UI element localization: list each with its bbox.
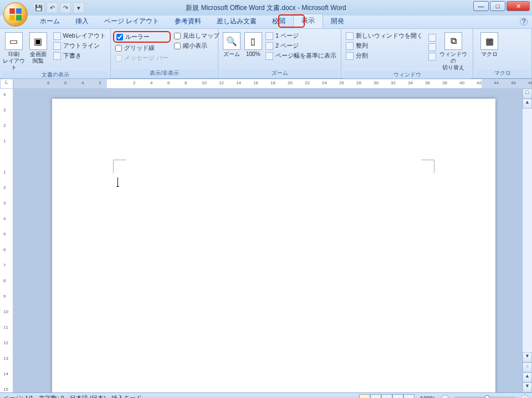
message-bar-checkbox: メッセージ バー [113, 53, 171, 63]
tab-view[interactable]: 表示 [293, 14, 323, 28]
zoom-knob[interactable] [485, 395, 489, 399]
tab-review[interactable]: 校閲 [264, 15, 293, 28]
browse-object-button[interactable]: ○ [523, 363, 532, 373]
svg-rect-2 [9, 15, 15, 21]
help-icon[interactable]: ? [520, 18, 528, 25]
minimize-button[interactable]: — [473, 1, 489, 11]
arrange-all-button[interactable]: 整列 [344, 41, 425, 50]
quick-access-toolbar: 💾 ↶ ↷ ▾ [33, 2, 84, 13]
outline-icon [53, 42, 61, 50]
svg-rect-1 [16, 8, 22, 14]
arrange-icon [346, 42, 354, 50]
insert-mode[interactable]: 挿入モード [111, 394, 142, 398]
tab-references[interactable]: 参考資料 [167, 15, 209, 28]
split-icon [346, 52, 354, 60]
fullscreen-view[interactable] [370, 394, 381, 399]
group-zoom: 🔍 ズーム ▯ 100% 1 ページ 2 ページ ページ幅を基準に表示 ズーム [218, 29, 341, 78]
tab-layout[interactable]: ページ レイアウト [96, 15, 167, 28]
sync-scroll-icon [428, 43, 436, 51]
title-bar: 💾 ↶ ↷ ▾ 新規 Microsoft Office Word 文書.docx… [0, 0, 532, 16]
outline-button[interactable]: アウトライン [51, 41, 108, 50]
save-button[interactable]: 💾 [33, 2, 44, 13]
ruler-toggle-button[interactable]: ▢ [523, 89, 532, 99]
fullscreen-icon: ▣ [29, 32, 47, 50]
svg-rect-0 [9, 8, 15, 14]
ruler-area: L 86422468101214161820222426283032343638… [0, 79, 532, 89]
reset-pos-icon [428, 53, 436, 60]
tab-home[interactable]: ホーム [32, 15, 68, 28]
language[interactable]: 日本語 (日本) [70, 394, 106, 398]
next-page-button[interactable]: ▼ [523, 382, 532, 392]
ribbon-tabs: ホーム 挿入 ページ レイアウト 参考資料 差し込み文書 校閲 表示 開発 ? [0, 16, 532, 29]
print-layout-view[interactable] [359, 394, 370, 399]
undo-button[interactable]: ↶ [47, 2, 58, 13]
macros-button[interactable]: ▦ マクロ [475, 30, 503, 69]
qat-customize-button[interactable]: ▾ [73, 2, 84, 13]
switch-windows-icon: ⧉ [444, 32, 462, 50]
status-bar: ページ: 1/1 文字数: 0 日本語 (日本) 挿入モード 100% − + [0, 392, 532, 398]
doc-map-check[interactable] [174, 33, 181, 39]
group-macros: ▦ マクロ マクロ [473, 29, 532, 78]
zoom-in-button[interactable]: + [521, 395, 529, 399]
text-cursor [117, 177, 118, 186]
page-width-icon [265, 52, 273, 60]
split-button[interactable]: 分割 [344, 51, 425, 60]
message-bar-check [115, 55, 122, 62]
side-by-side-button [426, 33, 438, 42]
vertical-ruler[interactable]: 4321123456789101112131415 [0, 89, 13, 392]
word-count[interactable]: 文字数: 0 [39, 394, 64, 398]
group-window: 新しいウィンドウを開く 整列 分割 ⧉ ウィンドウの切り替え ウィンドウ [341, 29, 473, 78]
draft-button[interactable]: 下書き [51, 51, 108, 60]
zoom-button[interactable]: 🔍 ズーム [221, 30, 243, 69]
print-layout-button[interactable]: ▭ 印刷レイアウト [2, 30, 25, 71]
reset-position-button [426, 52, 438, 61]
tab-selector[interactable]: L [0, 79, 13, 89]
gridlines-checkbox[interactable]: グリッド線 [113, 43, 171, 53]
scroll-up-button[interactable]: ▲ [523, 99, 532, 109]
hundred-percent-button[interactable]: ▯ 100% [244, 30, 262, 69]
tab-mailings[interactable]: 差し込み文書 [209, 15, 264, 28]
thumbnails-checkbox[interactable]: 縮小表示 [172, 41, 222, 50]
tab-developer[interactable]: 開発 [323, 15, 352, 28]
two-pages-button[interactable]: 2 ページ [263, 41, 339, 50]
draft-icon [53, 52, 61, 60]
close-button[interactable]: ✕ [507, 1, 530, 11]
tab-insert[interactable]: 挿入 [68, 15, 96, 28]
ruler-check[interactable] [116, 34, 123, 40]
vertical-scrollbar[interactable]: ▢ ▲ ▼ ○ ▲ ▼ [522, 89, 532, 392]
office-button[interactable] [3, 2, 28, 27]
redo-button[interactable]: ↷ [60, 2, 71, 13]
view-shortcuts [359, 394, 415, 399]
prev-page-button[interactable]: ▲ [523, 373, 532, 382]
zoom-percent[interactable]: 100% [420, 395, 436, 399]
new-window-button[interactable]: 新しいウィンドウを開く [344, 31, 425, 40]
page-count[interactable]: ページ: 1/1 [3, 394, 33, 398]
print-layout-icon: ▭ [5, 32, 23, 50]
web-layout-view[interactable] [381, 394, 392, 399]
one-page-icon [265, 32, 273, 40]
draft-view[interactable] [403, 394, 415, 399]
new-window-icon [346, 32, 354, 40]
outline-view[interactable] [392, 394, 403, 399]
maximize-button[interactable]: □ [490, 1, 505, 11]
page-width-button[interactable]: ページ幅を基準に表示 [263, 51, 339, 60]
document-area[interactable] [13, 89, 522, 392]
web-layout-button[interactable]: Webレイアウト [51, 31, 108, 40]
switch-windows-button[interactable]: ⧉ ウィンドウの切り替え [439, 30, 467, 71]
page[interactable] [52, 99, 495, 392]
horizontal-ruler[interactable]: 8642246810121416182022242628303234363840… [13, 79, 532, 89]
one-page-button[interactable]: 1 ページ [263, 31, 339, 40]
scroll-track[interactable] [523, 109, 532, 353]
scroll-down-button[interactable]: ▼ [523, 353, 532, 363]
record-macro-icon[interactable] [147, 395, 155, 399]
thumbs-check[interactable] [174, 43, 181, 49]
fullscreen-reading-button[interactable]: ▣ 全画面閲覧 [27, 30, 50, 71]
web-layout-icon [53, 32, 61, 40]
ruler-checkbox[interactable]: ルーラー [113, 31, 171, 43]
page-icon: ▯ [244, 32, 262, 50]
gridlines-check[interactable] [115, 45, 122, 52]
window-controls: — □ ✕ [473, 1, 530, 11]
document-map-checkbox[interactable]: 見出しマップ [172, 31, 222, 40]
zoom-icon: 🔍 [223, 32, 241, 50]
zoom-out-button[interactable]: − [441, 395, 449, 399]
